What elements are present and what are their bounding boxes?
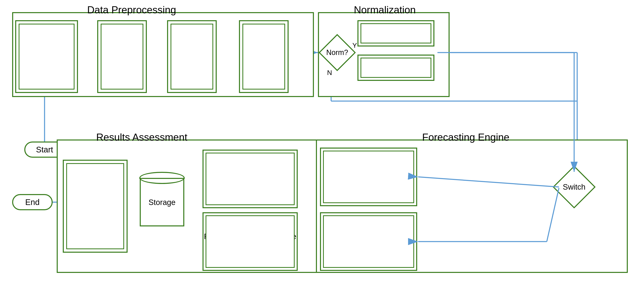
regression-metrics-box: Regression & Performance Metrics (202, 212, 298, 271)
storage-cylinder: Storage (140, 172, 184, 233)
rainfall-box: Rainfall Data acquiring & generating (15, 20, 78, 93)
norm-y-label: Y (352, 41, 357, 49)
results-assessment-title: Results Assessment (91, 132, 192, 143)
end-pill: End (12, 194, 53, 210)
diagram: Data Preprocessing Rainfall Data acquiri… (0, 0, 644, 282)
storage-text: Storage (140, 198, 184, 207)
results-comparison-box: Results Comparison (63, 160, 128, 253)
norm-n-label: N (327, 69, 332, 77)
end-text: End (25, 198, 40, 207)
norm-diamond-text: Norm? (324, 39, 350, 66)
normalization-title: Normalization (344, 4, 425, 16)
start-text: Start (36, 145, 53, 154)
forecasting-engine-title: Forecasting Engine (415, 132, 516, 143)
classification-box: Classification Engine (320, 147, 417, 206)
norm-diamond-container: Norm? (324, 39, 350, 66)
data-preprocessing-title: Data Preprocessing (71, 4, 192, 16)
switch-diamond-container: Switch (559, 172, 589, 202)
minmax-box: Minmax (358, 55, 434, 81)
interpolating-box: Data Interpolating (167, 20, 217, 93)
accuracy-box: Accuracy & Performance Analysis (202, 149, 298, 208)
splitting-box: Dataset Splitting (239, 20, 288, 93)
zscore-box: Z-score (358, 20, 434, 46)
cleaning-box: Data Cleaning (97, 20, 147, 93)
regression-engine-box: Regression Engine (320, 212, 417, 271)
switch-diamond-text: Switch (559, 172, 589, 202)
